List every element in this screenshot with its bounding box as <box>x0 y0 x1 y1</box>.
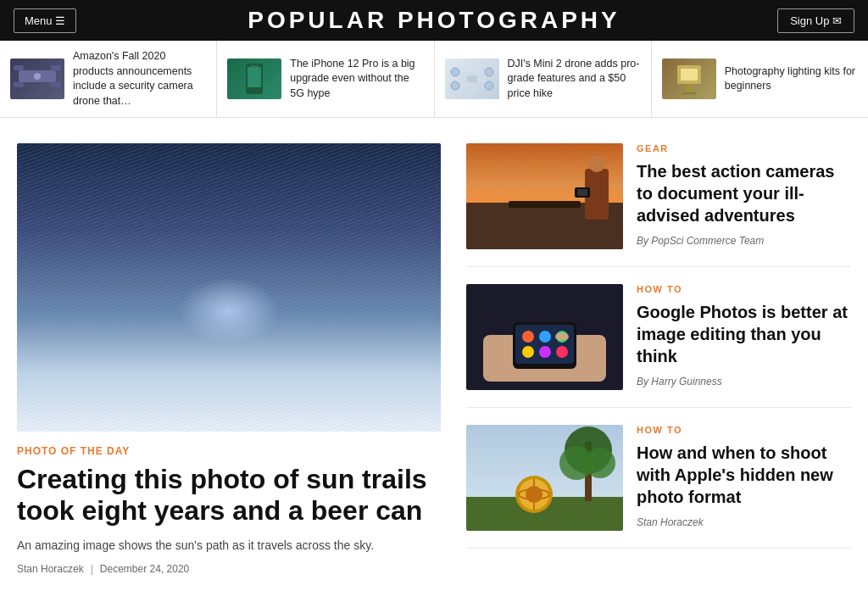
featured-article: PHOTO OF THE DAY Creating this photo of … <box>17 143 441 575</box>
article-thumb <box>466 143 623 249</box>
svg-point-31 <box>539 331 551 343</box>
svg-rect-7 <box>248 67 261 87</box>
ticker-text: DJI's Mini 2 drone adds pro-grade featur… <box>508 57 641 102</box>
ticker-item[interactable]: Photography lighting kits for beginners <box>652 41 868 117</box>
article-category: HOW TO <box>637 284 851 294</box>
svg-point-13 <box>485 81 493 90</box>
article-category: GEAR <box>637 143 851 153</box>
news-ticker: Amazon's Fall 2020 products announcement… <box>0 41 868 118</box>
svg-point-36 <box>555 332 569 341</box>
svg-point-11 <box>485 68 493 76</box>
svg-rect-4 <box>51 82 61 87</box>
article-info: HOW TOGoogle Photos is better at image e… <box>637 284 851 390</box>
ticker-thumb <box>662 59 716 99</box>
site-title: POPULAR PHOTOGRAPHY <box>248 7 620 34</box>
feature-image[interactable] <box>17 143 441 432</box>
article-thumb <box>466 284 623 390</box>
svg-rect-1 <box>14 65 24 70</box>
ticker-item[interactable]: The iPhone 12 Pro is a big upgrade even … <box>217 41 434 117</box>
ticker-thumb <box>445 59 499 99</box>
article-card[interactable]: HOW TOHow and when to shoot with Apple's… <box>466 408 851 549</box>
menu-button[interactable]: Menu ☰ <box>14 8 76 33</box>
article-byline: Stan Horaczek <box>637 516 851 528</box>
ticker-text: The iPhone 12 Pro is a big upgrade even … <box>290 57 423 102</box>
feature-meta: Stan Horaczek | December 24, 2020 <box>17 563 441 575</box>
signup-button[interactable]: Sign Up ✉ <box>777 8 854 33</box>
article-title: The best action cameras to document your… <box>637 160 851 226</box>
svg-point-34 <box>539 346 551 358</box>
feature-date: December 24, 2020 <box>100 563 189 575</box>
feature-description: An amazing image shows the sun's path as… <box>17 537 441 555</box>
svg-point-35 <box>556 346 568 358</box>
svg-rect-14 <box>467 75 477 82</box>
svg-rect-21 <box>509 201 581 208</box>
article-info: HOW TOHow and when to shoot with Apple's… <box>637 425 851 531</box>
article-info: GEARThe best action cameras to document … <box>637 143 851 249</box>
meta-separator: | <box>91 563 93 575</box>
svg-point-23 <box>588 155 605 172</box>
svg-rect-25 <box>577 189 587 196</box>
ticker-text: Photography lighting kits for beginners <box>725 64 858 94</box>
article-title: How and when to shoot with Apple's hidde… <box>637 442 851 508</box>
photo-of-day-label: PHOTO OF THE DAY <box>17 445 441 457</box>
svg-rect-16 <box>681 69 698 81</box>
feature-author: Stan Horaczek <box>17 563 84 575</box>
article-card[interactable]: GEARThe best action cameras to document … <box>466 143 851 267</box>
ticker-thumb <box>10 59 64 99</box>
ticker-item[interactable]: DJI's Mini 2 drone adds pro-grade featur… <box>435 41 652 117</box>
article-byline: By Harry Guinness <box>637 376 851 387</box>
article-title: Google Photos is better at image editing… <box>637 301 851 367</box>
article-category: HOW TO <box>637 425 851 435</box>
svg-point-5 <box>34 73 41 80</box>
svg-rect-18 <box>682 92 696 94</box>
article-thumb <box>466 425 623 531</box>
article-byline: By PopSci Commerce Team <box>637 235 851 247</box>
article-card[interactable]: HOW TOGoogle Photos is better at image e… <box>466 267 851 408</box>
svg-rect-3 <box>14 82 24 87</box>
svg-rect-2 <box>51 65 61 70</box>
svg-point-10 <box>451 68 459 76</box>
svg-rect-8 <box>250 65 259 67</box>
feature-headline: Creating this photo of sun trails took e… <box>17 464 441 527</box>
svg-point-12 <box>451 81 459 90</box>
svg-point-30 <box>522 331 534 343</box>
svg-point-33 <box>522 346 534 358</box>
svg-rect-29 <box>515 325 574 364</box>
ticker-item[interactable]: Amazon's Fall 2020 products announcement… <box>0 41 217 117</box>
svg-point-42 <box>585 448 615 478</box>
ticker-text: Amazon's Fall 2020 products announcement… <box>73 49 206 109</box>
ticker-thumb <box>227 59 281 99</box>
article-list: GEARThe best action cameras to document … <box>466 143 851 575</box>
main-content: PHOTO OF THE DAY Creating this photo of … <box>0 143 868 575</box>
svg-rect-17 <box>686 84 693 92</box>
site-header: Menu ☰ POPULAR PHOTOGRAPHY Sign Up ✉ <box>0 0 868 41</box>
